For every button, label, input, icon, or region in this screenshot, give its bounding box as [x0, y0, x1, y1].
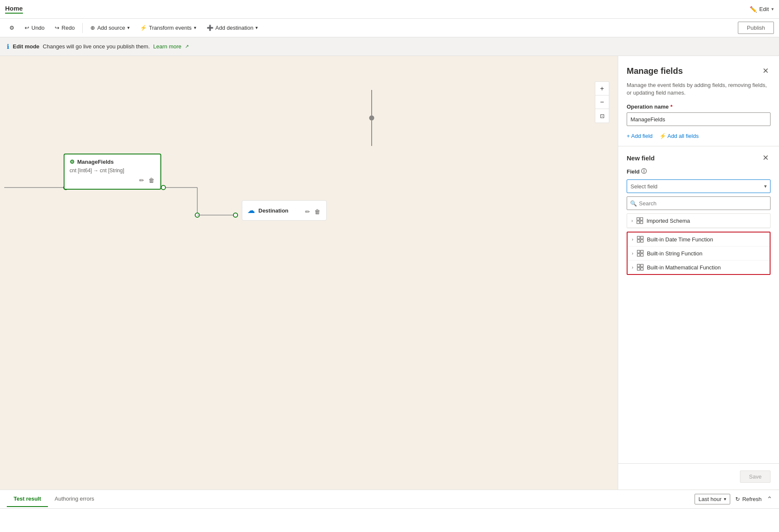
- collapse-button[interactable]: ⌃: [767, 495, 772, 503]
- manage-fields-node: ⚙ ManageFields cnt [Int64] → cnt [String…: [64, 154, 161, 190]
- list-item[interactable]: › Built-in Date Time Function: [628, 232, 770, 246]
- svg-rect-17: [641, 250, 643, 253]
- transform-icon: ⚡: [140, 25, 147, 31]
- manage-fields-delete-button[interactable]: 🗑: [148, 176, 155, 185]
- time-select-chevron: ▾: [724, 496, 726, 502]
- destination-node-icon: ☁: [247, 206, 255, 215]
- svg-rect-23: [641, 268, 643, 270]
- grid-icon: [637, 236, 644, 243]
- tab-authoring-errors[interactable]: Authoring errors: [48, 491, 101, 507]
- settings-button[interactable]: ⚙: [5, 22, 19, 34]
- add-all-fields-button[interactable]: ⚡ Add all fields: [659, 133, 699, 139]
- svg-point-7: [233, 213, 238, 217]
- svg-rect-13: [641, 236, 643, 239]
- manage-fields-edit-button[interactable]: ✏: [138, 176, 145, 185]
- manage-fields-node-icon: ⚙: [70, 159, 75, 165]
- transform-dropdown-icon: ▾: [194, 25, 196, 31]
- undo-icon: ↩: [25, 25, 29, 31]
- manage-fields-node-title: ManageFields: [77, 159, 114, 165]
- new-field-close-button[interactable]: ✕: [761, 151, 771, 164]
- time-select-value: Last hour: [698, 496, 721, 502]
- panel-close-button[interactable]: ✕: [761, 64, 771, 77]
- svg-rect-10: [637, 221, 639, 224]
- svg-rect-12: [637, 236, 640, 239]
- list-item[interactable]: › Built-in String Function: [628, 246, 770, 260]
- builtin-datetime-label: Built-in Date Time Function: [647, 236, 713, 243]
- svg-rect-9: [640, 218, 643, 220]
- add-destination-button[interactable]: ➕ Add destination ▾: [202, 22, 263, 34]
- redo-icon: ↪: [55, 25, 59, 31]
- destination-delete-button[interactable]: 🗑: [314, 207, 321, 216]
- add-source-dropdown-icon: ▾: [127, 25, 130, 31]
- svg-rect-18: [637, 254, 640, 256]
- zoom-in-button[interactable]: +: [595, 82, 609, 95]
- edit-icon: ✏️: [750, 6, 757, 13]
- refresh-button[interactable]: ↻ Refresh: [735, 496, 762, 502]
- field-dropdown[interactable]: Select field ▾: [627, 179, 771, 193]
- tab-test-result[interactable]: Test result: [7, 491, 48, 507]
- add-source-button[interactable]: ⊕ Add source ▾: [86, 22, 134, 34]
- search-icon: 🔍: [630, 200, 637, 207]
- panel-description: Manage the event fields by adding fields…: [618, 81, 779, 104]
- add-source-icon: ⊕: [90, 25, 95, 31]
- operation-name-label: Operation name: [627, 104, 669, 110]
- chevron-right-icon: ›: [632, 251, 633, 256]
- svg-point-3: [161, 185, 165, 190]
- learn-more-link[interactable]: Learn more: [153, 43, 181, 50]
- destination-node: ☁ Destination ✏ 🗑: [242, 200, 327, 221]
- svg-rect-16: [637, 250, 640, 253]
- svg-rect-8: [637, 218, 639, 220]
- add-destination-icon: ➕: [207, 25, 213, 31]
- edit-button[interactable]: Edit: [759, 6, 769, 12]
- svg-rect-21: [641, 264, 643, 267]
- builtin-math-label: Built-in Mathematical Function: [647, 264, 721, 271]
- field-info-icon: ⓘ: [641, 168, 647, 175]
- svg-rect-11: [640, 221, 643, 224]
- new-field-title: New field: [627, 154, 655, 162]
- svg-point-5: [195, 213, 199, 217]
- edit-banner-description: Changes will go live once you publish th…: [43, 43, 150, 50]
- panel-title: Manage fields: [627, 66, 683, 76]
- svg-rect-14: [637, 240, 640, 242]
- svg-rect-20: [637, 264, 640, 267]
- transform-events-button[interactable]: ⚡ Transform events ▾: [136, 22, 201, 34]
- chevron-right-icon: ›: [632, 265, 633, 270]
- builtin-string-label: Built-in String Function: [647, 250, 703, 257]
- field-dropdown-value: Select field: [630, 183, 658, 190]
- grid-icon: [637, 264, 644, 271]
- redo-button[interactable]: ↪ Redo: [50, 22, 79, 34]
- edit-mode-label: Edit mode: [13, 43, 39, 50]
- operation-name-input[interactable]: [627, 112, 771, 126]
- info-icon: ℹ: [7, 43, 9, 50]
- imported-schema-label: Imported Schema: [647, 218, 690, 224]
- list-item[interactable]: › Built-in Mathematical Function: [628, 260, 770, 274]
- svg-rect-15: [641, 240, 643, 242]
- destination-edit-button[interactable]: ✏: [304, 207, 311, 216]
- publish-button[interactable]: Publish: [738, 22, 774, 34]
- add-destination-dropdown-icon: ▾: [255, 25, 258, 31]
- field-label: Field: [627, 168, 639, 175]
- zoom-out-button[interactable]: −: [595, 95, 609, 109]
- time-select[interactable]: Last hour ▾: [695, 494, 730, 504]
- search-input[interactable]: [627, 196, 771, 210]
- app-title: Home: [5, 5, 23, 14]
- grid-icon: [636, 217, 643, 224]
- save-button[interactable]: Save: [740, 470, 771, 483]
- grid-icon: [637, 250, 644, 257]
- external-link-icon: ↗: [185, 44, 189, 49]
- chevron-right-icon: ›: [632, 237, 633, 242]
- settings-icon: ⚙: [9, 25, 14, 31]
- manage-fields-node-desc: cnt [Int64] → cnt [String]: [70, 168, 155, 174]
- edit-dropdown-icon: ▾: [771, 6, 774, 12]
- svg-rect-22: [637, 268, 640, 270]
- list-item[interactable]: › Imported Schema: [627, 214, 770, 228]
- destination-node-title: Destination: [258, 207, 289, 214]
- add-field-button[interactable]: + Add field: [627, 133, 653, 139]
- undo-button[interactable]: ↩ Undo: [20, 22, 49, 34]
- fit-button[interactable]: ⊡: [595, 109, 609, 123]
- svg-rect-19: [641, 254, 643, 256]
- chevron-right-icon: ›: [631, 218, 633, 223]
- required-star: *: [670, 104, 673, 110]
- refresh-icon: ↻: [735, 496, 740, 502]
- field-dropdown-chevron: ▾: [764, 183, 767, 189]
